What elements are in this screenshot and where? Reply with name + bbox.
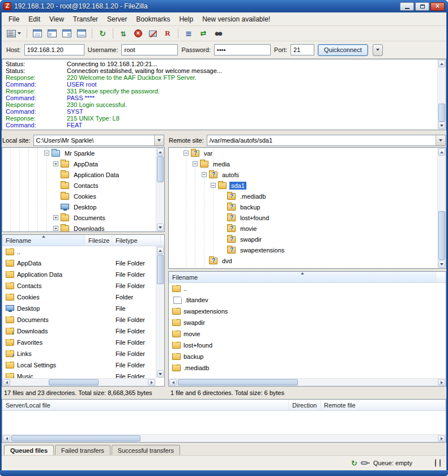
file-row-cookies[interactable]: CookiesFolder xyxy=(2,291,164,303)
tree-item-cookies[interactable]: Cookies xyxy=(2,191,164,201)
horizontal-scrollbar[interactable] xyxy=(169,378,446,386)
file-row-links[interactable]: ↗LinksFile Folder xyxy=(2,348,164,359)
column-header-filetype[interactable]: Filetype xyxy=(112,235,161,246)
cancel-operation-button[interactable] xyxy=(131,27,145,40)
tree-item-appdata[interactable]: +AppData xyxy=(2,158,164,169)
tree-item-swapdir[interactable]: swapdir xyxy=(169,234,446,245)
tree-expander-icon[interactable]: − xyxy=(44,151,49,156)
tree-expander-icon[interactable]: + xyxy=(53,226,58,231)
menu-item-edit[interactable]: Edit xyxy=(24,14,45,25)
file-row-appdata[interactable]: AppDataFile Folder xyxy=(2,258,164,269)
tree-expander-icon[interactable]: − xyxy=(202,172,207,177)
toggle-message-log-button[interactable] xyxy=(31,27,44,40)
quickconnect-button[interactable]: Quickconnect xyxy=(318,44,368,56)
file-row-downloads[interactable]: ↓DownloadsFile Folder xyxy=(2,325,164,337)
file-row-backup[interactable]: backup xyxy=(169,351,446,362)
horizontal-scrollbar[interactable] xyxy=(2,378,156,386)
close-button[interactable]: × xyxy=(430,2,445,11)
toggle-queue-button[interactable] xyxy=(75,27,88,40)
scroll-down-button[interactable] xyxy=(438,260,445,268)
menu-item-new-version-available[interactable]: New version available! xyxy=(198,14,275,25)
directory-comparison-button[interactable] xyxy=(182,27,195,40)
scrollbar-thumb[interactable] xyxy=(157,255,164,284)
port-input[interactable] xyxy=(291,44,314,55)
sync-arrows-icon[interactable] xyxy=(351,460,357,467)
tree-expander-icon[interactable]: − xyxy=(211,183,216,188)
scrollbar-thumb[interactable] xyxy=(157,156,164,182)
remote-site-combobox[interactable]: /var/media/autofs/sda1 xyxy=(207,135,446,146)
tree-item-var[interactable]: −var xyxy=(169,148,446,158)
synchronized-browsing-button[interactable] xyxy=(197,27,210,40)
tree-item-mediadb[interactable]: .mediadb xyxy=(169,191,446,201)
toggle-remote-tree-button[interactable] xyxy=(60,27,74,40)
menu-item-view[interactable]: View xyxy=(45,14,69,25)
vertical-scrollbar[interactable] xyxy=(156,148,164,231)
menu-item-help[interactable]: Help xyxy=(174,14,198,25)
scroll-left-button[interactable] xyxy=(3,379,10,385)
column-header-filename[interactable]: Filename xyxy=(2,235,85,246)
file-row-documents[interactable]: DocumentsFile Folder xyxy=(2,314,164,325)
tree-item-autofs[interactable]: −autofs xyxy=(169,169,446,180)
column-header-remote-file[interactable]: Remote file xyxy=(321,400,446,410)
file-row-favorites[interactable]: ★FavoritesFile Folder xyxy=(2,337,164,348)
file-row-lost-found[interactable]: lost+found xyxy=(169,340,446,351)
local-site-combobox[interactable]: C:\Users\Mr Sparkle\ xyxy=(33,135,164,146)
horizontal-scrollbar[interactable] xyxy=(2,434,446,442)
menu-item-transfer[interactable]: Transfer xyxy=(69,14,103,25)
menu-item-server[interactable]: Server xyxy=(103,14,131,25)
file-row-parent-dir[interactable]: .. xyxy=(169,283,446,294)
key-icon[interactable] xyxy=(361,461,368,465)
file-row-application-data[interactable]: Application DataFile Folder xyxy=(2,269,164,280)
tree-item-movie[interactable]: movie xyxy=(169,223,446,234)
tree-item-backup[interactable]: backup xyxy=(169,201,446,212)
scrollbar-thumb[interactable] xyxy=(11,435,140,441)
maximize-button[interactable] xyxy=(415,2,429,11)
minimize-button[interactable] xyxy=(400,2,414,11)
file-row-parent-dir[interactable]: .. xyxy=(2,246,164,258)
tree-item-media[interactable]: −media xyxy=(169,158,446,169)
column-header-filename[interactable]: Filename xyxy=(169,272,436,282)
tree-item-documents[interactable]: +Documents xyxy=(2,212,164,223)
menu-item-file[interactable]: File xyxy=(4,14,24,25)
scroll-down-button[interactable] xyxy=(157,370,164,378)
refresh-button[interactable] xyxy=(96,27,109,40)
password-input[interactable] xyxy=(214,44,271,55)
scroll-right-button[interactable] xyxy=(438,435,445,441)
disconnect-button[interactable] xyxy=(146,27,160,40)
scroll-right-button[interactable] xyxy=(438,379,445,385)
scroll-right-button[interactable] xyxy=(148,379,155,385)
process-queue-button[interactable] xyxy=(117,27,130,40)
tree-item-dvd[interactable]: dvd xyxy=(169,255,446,266)
column-header-direction[interactable]: Direction xyxy=(289,400,321,410)
tab-successful-transfers[interactable]: Successful transfers xyxy=(112,445,180,455)
tree-item-desktop[interactable]: Desktop xyxy=(2,201,164,212)
file-row-swapextensions[interactable]: swapextensions xyxy=(169,306,446,317)
scrollbar-thumb[interactable] xyxy=(49,379,99,385)
host-input[interactable] xyxy=(24,44,84,55)
username-input[interactable] xyxy=(121,44,178,55)
scrollbar-thumb[interactable] xyxy=(178,379,298,385)
toggle-local-tree-button[interactable] xyxy=(45,27,59,40)
column-header-filesize[interactable]: Filesize xyxy=(85,235,112,246)
file-row-contacts[interactable]: ContactsFile Folder xyxy=(2,280,164,291)
scroll-left-button[interactable] xyxy=(3,435,10,441)
tree-item-lost-found[interactable]: lost+found xyxy=(169,212,446,223)
file-row-mediadb[interactable]: .mediadb xyxy=(169,362,446,374)
tree-item-sda1[interactable]: −sda1 xyxy=(169,180,446,191)
remote-site-dropdown-button[interactable] xyxy=(436,135,445,145)
tree-expander-icon[interactable]: + xyxy=(53,215,58,220)
tree-expander-icon[interactable]: + xyxy=(53,161,58,166)
file-row-swapdir[interactable]: swapdir xyxy=(169,317,446,328)
reconnect-button[interactable] xyxy=(161,27,174,40)
vertical-scrollbar[interactable] xyxy=(437,59,446,130)
scroll-up-button[interactable] xyxy=(157,247,164,254)
scroll-down-button[interactable] xyxy=(438,122,445,129)
find-files-button[interactable] xyxy=(211,27,225,40)
menu-item-bookmarks[interactable]: Bookmarks xyxy=(131,14,174,25)
file-row-local-settings[interactable]: Local SettingsFile Folder xyxy=(2,359,164,371)
quickconnect-dropdown-button[interactable] xyxy=(373,44,383,56)
tab-failed-transfers[interactable]: Failed transfers xyxy=(55,445,110,455)
tree-item-application-data[interactable]: Application Data xyxy=(2,169,164,180)
file-row-titandev[interactable]: .titandev xyxy=(169,294,446,306)
scroll-up-button[interactable] xyxy=(438,148,445,156)
